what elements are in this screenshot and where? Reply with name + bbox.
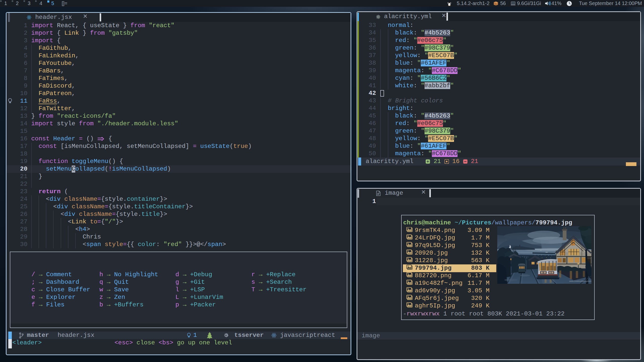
svg-text:www.DesktopBackground.org: www.DesktopBackground.org (569, 280, 591, 282)
